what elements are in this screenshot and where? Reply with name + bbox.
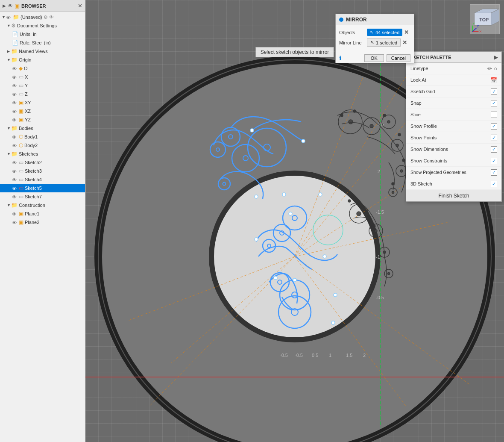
o-eye[interactable]: 👁 bbox=[12, 66, 18, 71]
3d-sketch-checkbox[interactable]: ✓ bbox=[491, 181, 497, 187]
svg-point-83 bbox=[323, 255, 326, 258]
svg-point-82 bbox=[255, 238, 258, 241]
svg-point-49 bbox=[398, 133, 401, 136]
palette-row-show-constraints[interactable]: Show Constraints ✓ bbox=[406, 155, 501, 167]
tree-body2[interactable]: 👁 ⬡ Body2 bbox=[0, 141, 85, 150]
show-profile-checkbox[interactable]: ✓ bbox=[491, 123, 497, 130]
tree-body1[interactable]: 👁 ⬡ Body1 bbox=[0, 133, 85, 141]
z-eye[interactable]: 👁 bbox=[12, 92, 18, 96]
palette-row-snap[interactable]: Snap ✓ bbox=[406, 97, 501, 109]
sketch2-eye[interactable]: 👁 bbox=[12, 160, 18, 165]
x-eye[interactable]: 👁 bbox=[12, 75, 18, 79]
tree-x[interactable]: 👁 ▭ X bbox=[0, 73, 85, 81]
tree-o[interactable]: 👁 ◆ O bbox=[0, 64, 85, 73]
svg-point-52 bbox=[348, 200, 351, 202]
svg-point-37 bbox=[392, 192, 394, 194]
tree-sketch3[interactable]: 👁 ▭ Sketch3 bbox=[0, 167, 85, 175]
root-eye[interactable]: 👁 bbox=[6, 15, 12, 19]
palette-row-linetype[interactable]: Linetype ✏ ○ bbox=[406, 63, 501, 74]
show-constraints-checkbox[interactable]: ✓ bbox=[491, 158, 497, 164]
palette-row-3d-sketch[interactable]: 3D Sketch ✓ bbox=[406, 178, 501, 190]
tree-named-views[interactable]: ▶ 📁 Named Views bbox=[0, 47, 85, 56]
svg-point-47 bbox=[353, 110, 356, 112]
tree-xy[interactable]: 👁 ▣ XY bbox=[0, 98, 85, 107]
palette-row-slice[interactable]: Slice bbox=[406, 109, 501, 121]
mirror-info-icon[interactable]: ℹ bbox=[339, 55, 341, 62]
sketch-palette-expand-icon[interactable]: ▶ bbox=[494, 54, 498, 60]
tree-document-settings[interactable]: ▼ ⚙ Document Settings bbox=[0, 21, 85, 30]
sketch3-eye[interactable]: 👁 bbox=[12, 169, 18, 173]
root-eye2[interactable]: 👁 bbox=[49, 15, 54, 20]
svg-point-53 bbox=[366, 217, 369, 219]
tree-plane1[interactable]: 👁 ▣ Plane1 bbox=[0, 209, 85, 218]
svg-text:1.5: 1.5 bbox=[346, 353, 352, 358]
tree-rule[interactable]: 📄 Rule: Steel (in) bbox=[0, 38, 85, 47]
browser-collapse-icon[interactable]: ▶ bbox=[3, 3, 6, 8]
show-points-checkbox[interactable]: ✓ bbox=[491, 135, 497, 141]
body1-eye[interactable]: 👁 bbox=[12, 135, 18, 139]
tree-bodies[interactable]: ▼ 📁 Bodies bbox=[0, 124, 85, 133]
tree-sketch7[interactable]: 👁 ▭ Sketch7 bbox=[0, 192, 85, 201]
tree-construction[interactable]: ▼ 📁 Construction bbox=[0, 201, 85, 209]
palette-row-look-at[interactable]: Look At 📅 bbox=[406, 74, 501, 86]
show-projected-checkbox[interactable]: ✓ bbox=[491, 169, 497, 176]
mirror-objects-row: Objects ↖ 44 selected ✕ bbox=[339, 29, 410, 36]
snap-checkbox[interactable]: ✓ bbox=[491, 100, 497, 106]
sketch-palette-title: SKETCH PALETTE bbox=[410, 55, 451, 60]
plane1-eye[interactable]: 👁 bbox=[12, 212, 18, 216]
mirror-objects-badge[interactable]: ↖ 44 selected bbox=[367, 29, 402, 36]
palette-row-show-points[interactable]: Show Points ✓ bbox=[406, 132, 501, 144]
linetype-circle-icon[interactable]: ○ bbox=[494, 65, 497, 72]
sketch7-icon: ▭ bbox=[19, 194, 23, 200]
tree-root[interactable]: ▼ 👁 📁 (Unsaved) ⚙ 👁 bbox=[0, 13, 85, 21]
tree-sketch4[interactable]: 👁 ▭ Sketch4 bbox=[0, 175, 85, 184]
rule-icon: 📄 bbox=[12, 40, 18, 46]
mirror-line-badge[interactable]: ↖ 1 selected bbox=[367, 38, 401, 47]
tree-sketches[interactable]: ▼ 📁 Sketches bbox=[0, 150, 85, 158]
tree-sketch5[interactable]: 👁 ▭ Sketch5 bbox=[0, 184, 85, 192]
body2-eye[interactable]: 👁 bbox=[12, 143, 18, 147]
cursor-icon: ↖ bbox=[370, 29, 374, 35]
sketch5-eye[interactable]: 👁 bbox=[12, 186, 18, 190]
svg-point-31 bbox=[387, 121, 390, 123]
sketch-grid-checkbox[interactable]: ✓ bbox=[491, 88, 497, 95]
sketch7-eye[interactable]: 👁 bbox=[12, 194, 18, 199]
browser-panel: ▶ 👁 ▣ BROWSER ✕ ▼ 👁 📁 (Unsaved) ⚙ 👁 ▼ ⚙ … bbox=[0, 0, 85, 442]
tree-units[interactable]: 📄 Units: in bbox=[0, 30, 85, 38]
palette-row-show-profile[interactable]: Show Profile ✓ bbox=[406, 121, 501, 132]
eye-toggle-icon[interactable]: 👁 bbox=[8, 3, 13, 9]
tree-xz[interactable]: 👁 ▣ XZ bbox=[0, 107, 85, 115]
tree-plane2[interactable]: 👁 ▣ Plane2 bbox=[0, 218, 85, 227]
yz-eye[interactable]: 👁 bbox=[12, 118, 18, 122]
tree-yz[interactable]: 👁 ▣ YZ bbox=[0, 115, 85, 124]
y-eye[interactable]: 👁 bbox=[12, 83, 18, 88]
slice-checkbox[interactable] bbox=[491, 112, 497, 118]
mirror-cancel-button[interactable]: Cancel bbox=[387, 54, 410, 62]
xy-eye[interactable]: 👁 bbox=[12, 100, 18, 105]
palette-row-sketch-grid[interactable]: Sketch Grid ✓ bbox=[406, 86, 501, 97]
plane2-eye[interactable]: 👁 bbox=[12, 220, 18, 224]
svg-point-80 bbox=[282, 193, 286, 196]
browser-close-icon[interactable]: ✕ bbox=[78, 3, 82, 9]
bodies-folder-icon: 📁 bbox=[11, 125, 18, 131]
tree-y[interactable]: 👁 ▭ Y bbox=[0, 81, 85, 90]
mirror-line-row: Mirror Line ↖ 1 selected ✕ bbox=[339, 38, 410, 47]
finish-sketch-button[interactable]: Finish Sketch bbox=[406, 190, 501, 201]
tree-z[interactable]: 👁 ▭ Z bbox=[0, 90, 85, 98]
palette-row-show-projected[interactable]: Show Projected Geometries ✓ bbox=[406, 167, 501, 178]
mirror-line-clear-button[interactable]: ✕ bbox=[402, 40, 407, 45]
palette-row-show-dimensions[interactable]: Show Dimensions ✓ bbox=[406, 144, 501, 155]
show-dimensions-checkbox[interactable]: ✓ bbox=[491, 146, 497, 153]
tree-origin[interactable]: ▼ 📁 Origin bbox=[0, 56, 85, 64]
nav-cube[interactable]: TOP X Y Z bbox=[470, 4, 500, 34]
root-arrow[interactable]: ▼ bbox=[2, 15, 6, 19]
tree-sketch2[interactable]: 👁 ▭ Sketch2 bbox=[0, 158, 85, 167]
linetype-pencil-icon[interactable]: ✏ bbox=[487, 65, 492, 72]
sketch4-eye[interactable]: 👁 bbox=[12, 177, 18, 182]
root-folder-icon: 📁 bbox=[13, 14, 19, 20]
mirror-ok-button[interactable]: OK bbox=[364, 54, 384, 62]
mirror-objects-clear-button[interactable]: ✕ bbox=[404, 29, 409, 35]
look-at-icon[interactable]: 📅 bbox=[490, 77, 497, 83]
xz-eye[interactable]: 👁 bbox=[12, 109, 18, 113]
yz-plane-icon: ▣ bbox=[19, 117, 23, 123]
